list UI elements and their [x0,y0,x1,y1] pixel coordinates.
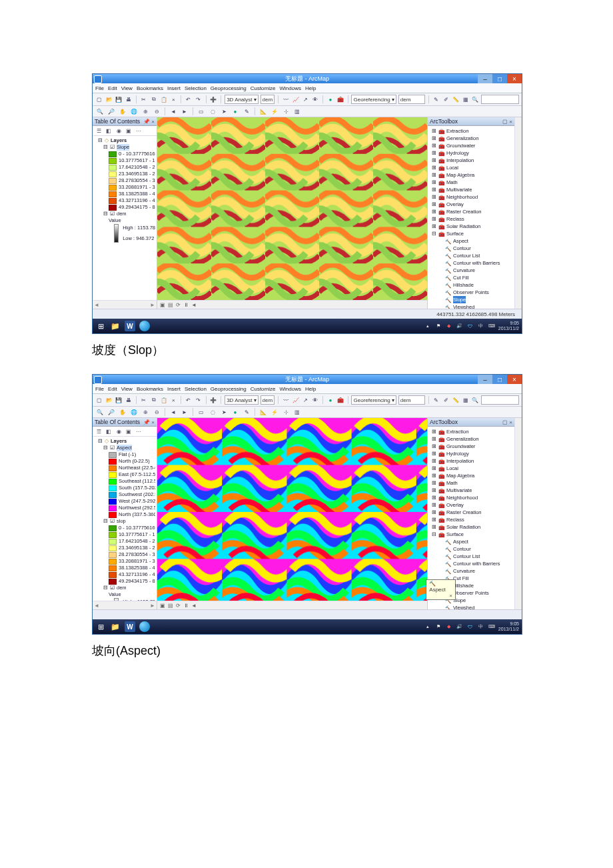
expand-icon[interactable]: ⊞ [432,457,436,465]
menu-help[interactable]: Help [305,386,316,392]
toolbox-toolset[interactable]: ⊞🧰Overlay [429,201,513,208]
checkbox-icon[interactable]: ☑ [110,585,115,591]
xy-icon[interactable]: ⊹ [281,107,291,116]
zoom-in-icon[interactable]: 🔍 [95,407,105,417]
find-icon[interactable]: 🔍 [472,395,480,405]
window-maximize-button[interactable]: □ [492,74,507,83]
window-close-button[interactable]: × [507,375,522,384]
toolbox-toolset[interactable]: ⊞🧰Hydrology [429,450,513,457]
menubar[interactable]: File Edit View Bookmarks Insert Selectio… [93,384,522,394]
toolbox-tool[interactable]: 🔨Curvature [429,267,513,274]
add-data-icon[interactable]: ➕ [210,395,218,405]
pan-icon[interactable]: ✋ [118,407,127,417]
toolbox-toolset[interactable]: ⊞🧰Overlay [429,501,513,509]
expand-icon[interactable]: ⊞ [432,135,436,142]
pan-icon[interactable]: ✋ [118,107,127,116]
checkbox-icon[interactable]: ☑ [110,144,115,151]
toc-class-row[interactable]: 10.37775617 - 17.64 [94,157,155,164]
toolbox-tool[interactable]: 🔨Aspect [429,237,513,245]
toolbox-tool[interactable]: 🔨Contour with Barriers [429,259,513,267]
print-icon[interactable]: 🖶 [125,395,133,405]
toc-class-row[interactable]: 28.27830554 - 33. [94,551,155,558]
map-canvas[interactable] [157,418,427,601]
toc-class-row[interactable]: 10.37775617 - 17. [94,531,155,538]
arcmap-task-icon[interactable] [139,321,150,331]
expand-icon[interactable]: ⊞ [432,201,436,208]
expand-icon[interactable]: ⊟ [103,211,108,217]
expand-icon[interactable]: ⊞ [432,501,436,509]
expand-icon[interactable]: ⊞ [432,193,436,201]
tray-keyboard-icon[interactable]: ⌨ [488,623,496,631]
refresh-icon[interactable]: ⟳ [176,603,181,609]
toolbox-icon[interactable]: 🧰 [336,95,344,104]
toolbox-tool[interactable]: 🔨Contour [429,545,513,553]
measure-icon[interactable]: 📏 [452,95,460,104]
delete-icon[interactable]: × [169,395,177,405]
toc-toolbar[interactable]: ☰ ◧ ◉ ▣ ⋯ [93,427,157,437]
toolbox-toolset[interactable]: ⊞🧰Multivariate [429,186,513,193]
toolbox-toolset[interactable]: ⊞🧰Map Algebra [429,472,513,479]
toolbox-toolset[interactable]: ⊞🧰Math [429,479,513,487]
layout-view-icon[interactable]: ▤ [168,302,173,308]
undo-icon[interactable]: ↶ [185,95,193,104]
toc-horizontal-scrollbar[interactable]: ◄► [93,601,157,609]
pause-icon[interactable]: ⏸ [183,302,189,308]
new-icon[interactable]: ▢ [95,95,103,104]
toolbox-tool[interactable]: 🔨Observer Points [429,289,513,296]
arctoolbox-tree[interactable]: ⊞🧰Extraction⊞🧰Generalization⊞🧰Groundwate… [428,126,514,309]
tray-action-center-icon[interactable]: ⚑ [434,623,442,631]
pointer-icon[interactable]: ➤ [219,107,229,116]
toolbox-toolset[interactable]: ⊞🧰Local [429,465,513,472]
options-icon[interactable]: ⋯ [135,427,143,435]
arctoolbox-vertical-scrollbar[interactable] [514,418,522,609]
toolbox-toolset[interactable]: ⊞🧰Interpolation [429,157,513,164]
toc-layer-name[interactable]: dem [117,211,127,217]
expand-icon[interactable]: ⊞ [432,208,436,215]
toc-class-row[interactable]: 0 - 10.37775616 [94,151,155,157]
window-close-button[interactable]: × [507,74,522,83]
map-view-controls[interactable]: ▣ ▤ ⟳ ⏸ ◄ [157,300,427,309]
toolbox-tool[interactable]: 🔨Cut Fill [429,274,513,281]
prev-extent-icon[interactable]: ◄ [169,107,178,116]
expand-icon[interactable]: ⊞ [432,523,436,531]
next-extent-icon[interactable]: ► [180,107,189,116]
map-view-controls[interactable]: ▣ ▤ ⟳ ⏸ ◄ [157,601,427,609]
menu-insert[interactable]: Insert [167,386,181,392]
standard-toolbar[interactable]: ▢ 📂 💾 🖶 ✂ ⧉ 📋 × ↶ ↷ ➕ 3D Analyst ▾ dem 〰… [93,93,522,106]
find-icon[interactable]: 🔍 [472,95,480,104]
interpolate-line-icon[interactable]: 〰 [282,95,290,104]
toc-layer[interactable]: ⊟☑Slope [94,144,155,151]
steep-path-icon[interactable]: ↗ [302,395,310,405]
viewer-icon[interactable]: ▥ [293,407,302,417]
toc-layer-name[interactable]: slop [117,518,126,525]
menu-customize[interactable]: Customize [251,85,276,91]
window-minimize-button[interactable]: – [478,375,492,384]
toc-tree[interactable]: ⊟◇Layers⊟☑Slope0 - 10.3777561610.3777561… [93,136,157,300]
fixed-zoom-in-icon[interactable]: ⊕ [141,107,150,116]
search-input[interactable] [481,395,519,405]
pause-icon[interactable]: ⏸ [183,603,189,609]
analyst-layer-dropdown[interactable]: dem [261,395,275,405]
add-data-icon[interactable]: ➕ [210,95,218,104]
hyperlink-icon[interactable]: ⚡ [270,107,279,116]
toc-class-row[interactable]: South (157.5-202. [94,485,155,491]
pin-icon[interactable]: 📌 × [143,119,155,125]
toolbox-toolset[interactable]: ⊞🧰Multivariate [429,487,513,494]
profile-graph-icon[interactable]: 📈 [292,95,300,104]
expand-icon[interactable]: ⊞ [432,215,436,223]
pointer-icon[interactable]: ➤ [219,407,229,417]
layers-root[interactable]: Layers [111,438,127,445]
zoom-out-icon[interactable]: 🔎 [107,407,116,417]
help-icon[interactable]: ● [326,95,334,104]
checkbox-icon[interactable]: ☑ [110,211,115,217]
tray-volume-icon[interactable]: 🔊 [456,322,464,330]
taskbar-clock[interactable]: 9:05 2013/11/2 [498,621,519,632]
toolbox-tool[interactable]: 🔨Curvature [429,567,513,575]
menu-view[interactable]: View [121,85,133,91]
menu-insert[interactable]: Insert [167,85,181,91]
zoom-out-icon[interactable]: 🔎 [107,107,116,116]
tray-network-icon[interactable]: ◆ [445,623,453,631]
explorer-icon[interactable]: 📁 [110,621,121,632]
expand-icon[interactable]: ⊟ [103,445,108,451]
measure-icon[interactable]: 📐 [259,407,268,417]
